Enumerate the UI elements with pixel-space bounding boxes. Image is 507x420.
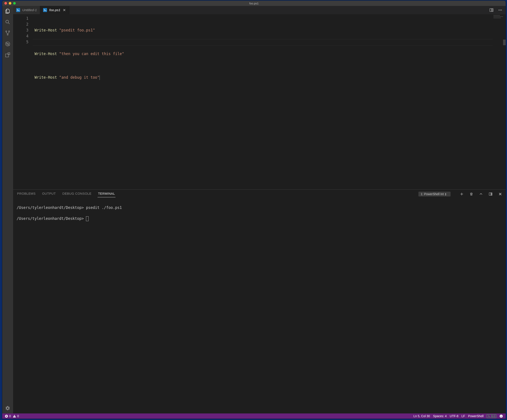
new-terminal-icon[interactable] xyxy=(459,192,464,196)
zoom-window-button[interactable] xyxy=(13,2,16,5)
debug-icon[interactable] xyxy=(5,41,11,47)
token-string: "and debug it too" xyxy=(59,75,99,80)
token-string: "then you can edit this file" xyxy=(59,52,124,56)
errors-count: 0 xyxy=(9,414,11,418)
settings-gear-icon[interactable] xyxy=(5,405,11,411)
svg-point-35 xyxy=(500,414,503,418)
svg-line-9 xyxy=(8,44,9,44)
activity-bar xyxy=(2,6,13,413)
svg-point-0 xyxy=(6,20,8,23)
terminal-selector-label: 1: PowerShell Int xyxy=(421,192,444,196)
powershell-file-icon xyxy=(16,8,20,12)
toggle-panel-position-icon[interactable] xyxy=(488,192,493,196)
warnings-count: 0 xyxy=(17,414,19,418)
line-number: 4 xyxy=(13,33,28,39)
source-control-icon[interactable] xyxy=(5,30,11,36)
window-title: foo.ps1 xyxy=(2,2,506,5)
status-feedback-icon[interactable] xyxy=(499,414,503,418)
editor-tabs: Untitled-1 foo.ps1 xyxy=(13,6,506,14)
ps-version-value: 6.0 xyxy=(491,414,495,418)
line-number: 3 xyxy=(13,27,28,33)
panel-tab-terminal[interactable]: TERMINAL xyxy=(98,191,115,197)
svg-point-4 xyxy=(7,34,8,35)
svg-rect-18 xyxy=(492,9,493,11)
more-actions-icon[interactable] xyxy=(498,8,503,13)
tab-foo-ps1[interactable]: foo.ps1 xyxy=(40,6,69,14)
svg-rect-33 xyxy=(14,415,15,417)
window-controls xyxy=(2,2,16,5)
svg-line-8 xyxy=(6,44,7,44)
status-encoding[interactable]: UTF-8 xyxy=(450,414,458,418)
line-number: 2 xyxy=(13,21,28,27)
svg-rect-27 xyxy=(491,193,492,195)
split-editor-icon[interactable] xyxy=(489,8,494,13)
powershell-file-icon xyxy=(43,8,47,12)
svg-point-2 xyxy=(6,31,7,32)
search-icon[interactable] xyxy=(5,19,11,25)
status-errors[interactable]: 0 xyxy=(5,414,11,418)
close-window-button[interactable] xyxy=(4,2,7,5)
vscode-window: foo.ps1 xyxy=(2,1,506,419)
svg-rect-34 xyxy=(14,417,15,417)
terminal-selector[interactable]: 1: PowerShell Int ▴▾ xyxy=(418,192,451,196)
terminal-content[interactable]: /Users/tylerleonhardt/Desktop> psedit ./… xyxy=(13,197,506,413)
svg-point-36 xyxy=(500,416,501,416)
status-powershell-version[interactable]: 6.0 xyxy=(487,414,496,418)
svg-point-20 xyxy=(500,10,500,10)
editor-scrollbar[interactable] xyxy=(503,14,506,189)
minimize-window-button[interactable] xyxy=(9,2,11,5)
panel-tab-debug-console[interactable]: DEBUG CONSOLE xyxy=(62,191,92,197)
token-string: "psedit foo.ps1" xyxy=(59,28,95,32)
panel-tab-output[interactable]: OUTPUT xyxy=(42,191,56,197)
status-warnings[interactable]: 0 xyxy=(13,414,19,418)
token-command: Write-Host xyxy=(35,75,57,80)
line-number: 1 xyxy=(13,15,28,21)
token-command: Write-Host xyxy=(35,52,57,56)
bottom-panel: PROBLEMS OUTPUT DEBUG CONSOLE TERMINAL 1… xyxy=(13,189,506,413)
line-number-gutter: 1 2 3 4 5 xyxy=(13,14,33,189)
explorer-icon[interactable] xyxy=(5,8,11,14)
code-content[interactable]: Write-Host "psedit foo.ps1" Write-Host "… xyxy=(33,14,493,189)
text-cursor xyxy=(99,76,100,80)
svg-point-37 xyxy=(501,416,502,416)
svg-rect-11 xyxy=(8,53,10,55)
titlebar: foo.ps1 xyxy=(2,1,506,6)
line-number: 5 xyxy=(13,39,28,45)
kill-terminal-icon[interactable] xyxy=(469,192,474,196)
svg-point-19 xyxy=(499,10,499,10)
statusbar: 0 0 Ln 5, Col 30 Spaces: 4 UTF-8 LF Powe… xyxy=(2,413,506,419)
status-ln-col[interactable]: Ln 5, Col 30 xyxy=(413,414,430,418)
close-panel-icon[interactable] xyxy=(498,192,503,196)
status-eol[interactable]: LF xyxy=(462,414,465,418)
chevron-updown-icon: ▴▾ xyxy=(445,193,446,196)
maximize-panel-icon[interactable] xyxy=(479,192,483,196)
panel-tabs: PROBLEMS OUTPUT DEBUG CONSOLE TERMINAL 1… xyxy=(13,190,506,197)
tab-label: Untitled-1 xyxy=(22,8,37,12)
svg-point-3 xyxy=(8,31,10,32)
status-spaces[interactable]: Spaces: 4 xyxy=(433,414,447,418)
token-command: Write-Host xyxy=(35,28,57,32)
terminal-line: /Users/tylerleonhardt/Desktop> psedit ./… xyxy=(17,205,502,210)
terminal-line: /Users/tylerleonhardt/Desktop> xyxy=(17,216,86,221)
terminal-cursor xyxy=(86,216,89,221)
extensions-icon[interactable] xyxy=(5,52,11,58)
svg-line-1 xyxy=(8,23,10,24)
tab-untitled-1[interactable]: Untitled-1 xyxy=(13,6,40,14)
tab-label: foo.ps1 xyxy=(49,8,60,12)
close-icon[interactable] xyxy=(63,8,66,12)
code-editor[interactable]: 1 2 3 4 5 Write-Host "psedit foo.ps1" Wr… xyxy=(13,14,506,189)
svg-point-21 xyxy=(501,10,502,10)
panel-tab-problems[interactable]: PROBLEMS xyxy=(17,191,36,197)
status-language[interactable]: PowerShell xyxy=(468,414,484,418)
svg-rect-10 xyxy=(6,54,8,57)
